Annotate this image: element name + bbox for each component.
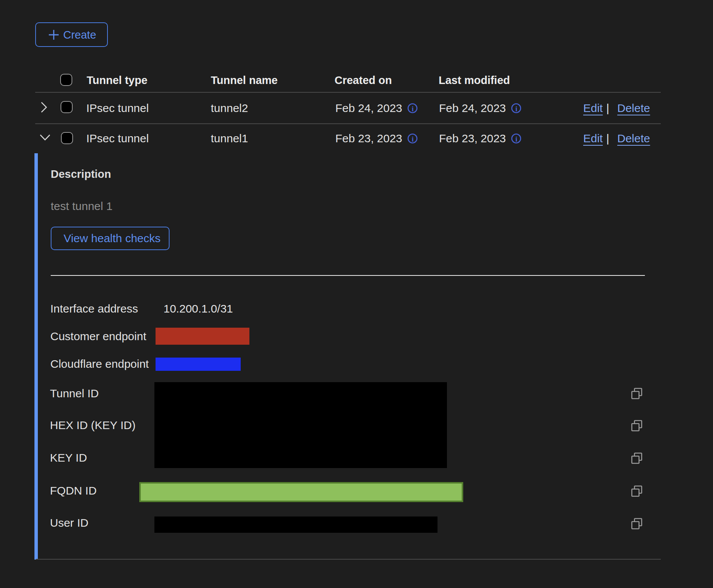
svg-text:i: i [412,105,414,113]
svg-text:i: i [515,105,517,113]
svg-text:i: i [412,135,414,143]
svg-text:i: i [515,135,517,143]
